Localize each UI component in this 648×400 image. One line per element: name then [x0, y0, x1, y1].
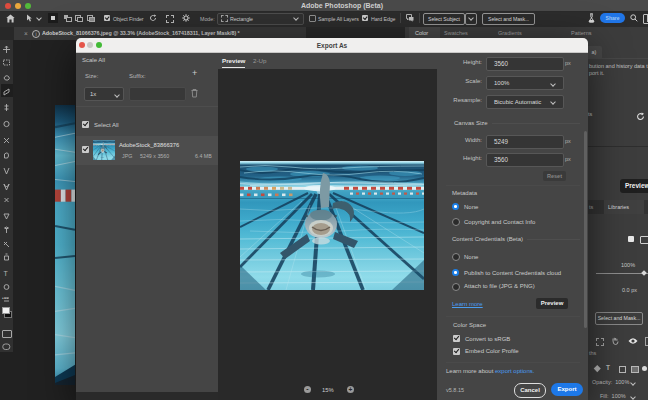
- svg-text:T: T: [4, 270, 9, 277]
